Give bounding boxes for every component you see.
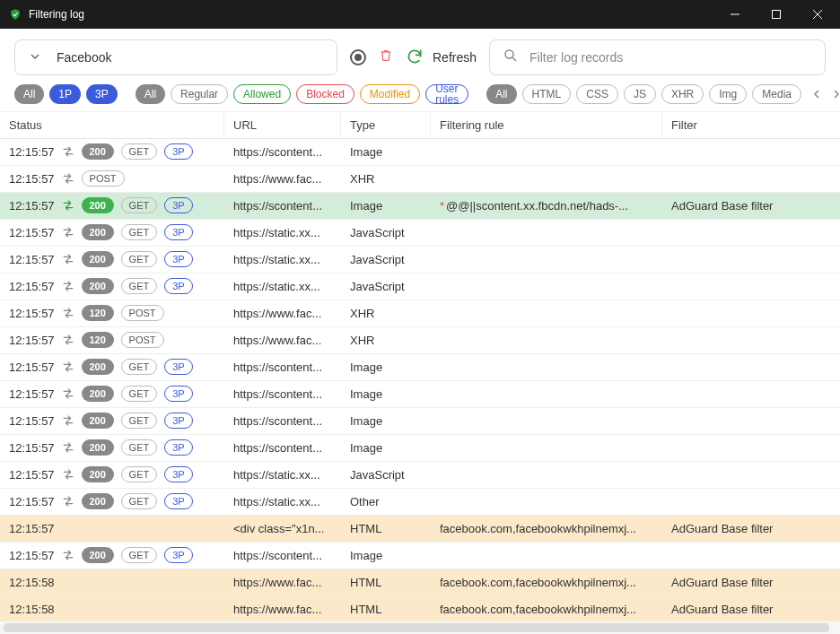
url-cell: https://www.fac... — [224, 603, 341, 616]
type-cell: HTML — [341, 522, 431, 535]
filter-chip[interactable]: 3P — [86, 84, 118, 104]
timestamp: 12:15:57 — [9, 145, 55, 159]
refresh-button[interactable]: Refresh — [406, 48, 477, 68]
status-code-pill: 120 — [82, 332, 114, 348]
minimize-button[interactable] — [714, 0, 756, 29]
table-row[interactable]: 12:15:57<div class="x1n...HTMLfacebook.c… — [0, 516, 840, 543]
timestamp: 12:15:58 — [9, 576, 55, 589]
close-button[interactable] — [797, 0, 838, 29]
method-pill: GET — [121, 197, 158, 213]
chevron-right-icon[interactable] — [828, 86, 840, 102]
method-pill: POST — [121, 332, 164, 348]
col-type[interactable]: Type — [341, 112, 431, 138]
url-cell: https://static.xx... — [224, 280, 341, 293]
method-pill: GET — [121, 251, 158, 267]
chip-group-party: All1P3P — [14, 84, 118, 104]
record-icon — [354, 54, 362, 61]
table-row[interactable]: 12:15:57120POSThttps://www.fac...XHR — [0, 300, 840, 327]
table-row[interactable]: 12:15:57120POSThttps://www.fac...XHR — [0, 327, 840, 354]
filter-chip[interactable]: All — [136, 84, 165, 104]
col-filter[interactable]: Filter — [662, 112, 815, 138]
filter-chip[interactable]: Media — [752, 84, 801, 104]
status-code-pill: 120 — [82, 305, 114, 321]
type-cell: HTML — [341, 603, 431, 616]
status-cell: 12:15:57 — [0, 522, 224, 535]
status-cell: 12:15:57200GET3P — [0, 278, 224, 294]
timestamp: 12:15:57 — [9, 549, 55, 562]
timestamp: 12:15:57 — [9, 441, 55, 455]
url-cell: https://scontent... — [224, 387, 341, 401]
filter-chip[interactable]: Img — [709, 84, 747, 104]
table-row[interactable]: 12:15:57200GET3Phttps://static.xx...Othe… — [0, 489, 840, 516]
table-row[interactable]: 12:15:57200GET3Phttps://static.xx...Java… — [0, 220, 840, 247]
table-row[interactable]: 12:15:57200GET3Phttps://scontent...Image — [0, 435, 840, 462]
table-row[interactable]: 12:15:57200GET3Phttps://scontent...Image — [0, 408, 840, 435]
filter-chip[interactable]: All — [14, 84, 44, 104]
status-code-pill: 200 — [82, 493, 114, 509]
url-cell: https://www.fac... — [224, 334, 341, 347]
method-pill: GET — [121, 413, 158, 429]
col-url[interactable]: URL — [224, 112, 341, 138]
filter-chip[interactable]: All — [486, 84, 516, 104]
table-row[interactable]: 12:15:58https://www.fac...HTMLfacebook.c… — [0, 569, 840, 596]
filter-cell: AdGuard Base filter — [662, 522, 815, 535]
type-cell: HTML — [341, 576, 431, 589]
maximize-button[interactable] — [756, 0, 797, 29]
tab-select-label: Facebook — [57, 50, 111, 65]
log-table: Status URL Type Filtering rule Filter 12… — [0, 111, 840, 621]
method-pill: GET — [121, 547, 158, 563]
scrollbar-thumb[interactable] — [4, 623, 829, 632]
clear-button[interactable] — [379, 48, 393, 67]
type-cell: Image — [341, 199, 431, 213]
arrows-icon — [62, 334, 74, 346]
arrows-icon — [62, 468, 74, 481]
type-cell: JavaScript — [341, 226, 431, 239]
record-button[interactable] — [350, 49, 366, 65]
filter-chip[interactable]: Blocked — [296, 84, 354, 104]
col-status[interactable]: Status — [0, 112, 224, 138]
table-row[interactable]: 12:15:57200GET3Phttps://static.xx...Java… — [0, 462, 840, 489]
toolbar: Facebook Refresh — [0, 29, 840, 84]
table-row[interactable]: 12:15:57200GET3Phttps://scontent...Image — [0, 354, 840, 381]
filter-chip[interactable]: Allowed — [233, 84, 291, 104]
table-row[interactable]: 12:15:57200GET3Phttps://scontent...Image — [0, 543, 840, 569]
table-row[interactable]: 12:15:57200GET3Phttps://static.xx...Java… — [0, 274, 840, 300]
url-cell: https://static.xx... — [224, 226, 341, 239]
table-row[interactable]: 12:15:57200GET3Phttps://scontent...Image — [0, 381, 840, 408]
chevron-down-icon — [30, 50, 40, 65]
table-row[interactable]: 12:15:57200GET3Phttps://scontent...Image… — [0, 193, 840, 220]
party-pill: 3P — [164, 197, 192, 213]
search-input[interactable] — [529, 50, 812, 65]
status-cell: 12:15:57200GET3P — [0, 547, 224, 563]
table-row[interactable]: 12:15:58https://www.fac...HTMLfacebook.c… — [0, 596, 840, 621]
refresh-label: Refresh — [433, 50, 477, 65]
table-row[interactable]: 12:15:57200GET3Phttps://static.xx...Java… — [0, 247, 840, 274]
filter-chip[interactable]: HTML — [522, 84, 572, 104]
filter-chip[interactable]: XHR — [661, 84, 704, 104]
filter-chip[interactable]: Regular — [171, 84, 228, 104]
chip-group-status: AllRegularAllowedBlockedModifiedUser rul… — [136, 84, 468, 104]
col-rule[interactable]: Filtering rule — [431, 112, 662, 138]
type-cell: Image — [341, 414, 431, 428]
table-row[interactable]: 12:15:57POSThttps://www.fac...XHR — [0, 166, 840, 193]
party-pill: 3P — [164, 413, 192, 429]
search-box[interactable] — [489, 39, 826, 75]
timestamp: 12:15:57 — [9, 468, 55, 482]
chevron-left-icon[interactable] — [809, 86, 825, 102]
table-row[interactable]: 12:15:57200GET3Phttps://scontent...Image — [0, 139, 840, 166]
horizontal-scrollbar[interactable] — [0, 621, 840, 634]
filter-chip[interactable]: Modified — [360, 84, 420, 104]
timestamp: 12:15:57 — [9, 280, 55, 293]
window-title: Filtering log — [29, 8, 714, 21]
status-cell: 12:15:57200GET3P — [0, 359, 224, 375]
filter-chip[interactable]: 1P — [49, 84, 81, 104]
filter-chip[interactable]: User rules — [425, 84, 468, 104]
url-cell: https://static.xx... — [224, 495, 341, 508]
tab-select[interactable]: Facebook — [14, 39, 337, 75]
method-pill: POST — [82, 170, 125, 187]
filter-chip[interactable]: JS — [624, 84, 656, 104]
timestamp: 12:15:57 — [9, 226, 55, 239]
timestamp: 12:15:57 — [9, 199, 55, 213]
url-cell: https://static.xx... — [224, 253, 341, 266]
filter-chip[interactable]: CSS — [576, 84, 618, 104]
